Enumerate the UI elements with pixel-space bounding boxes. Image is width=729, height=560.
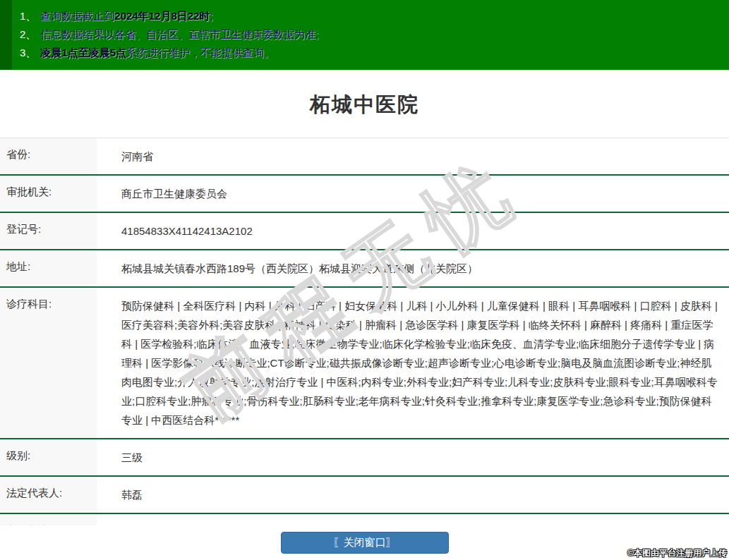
row-value: 41854833X41142413A2102 bbox=[97, 213, 729, 249]
row-label: 诊疗科目: bbox=[0, 288, 97, 438]
notice-text-bold: 2024年12月8日22时 bbox=[114, 10, 210, 22]
notice-list: 1、查询数据截止到2024年12月8日22时;2、信息数据结果以各省、自治区、直… bbox=[20, 7, 729, 62]
close-window-button[interactable]: 〖关闭窗口〗 bbox=[281, 532, 449, 554]
notice-line-3: 3、凌晨1点至凌晨5点系统进行维护，不能提供查询。 bbox=[20, 44, 729, 62]
notice-text-bold: 凌晨1点至凌晨5点 bbox=[40, 47, 126, 59]
table-row-3: 登记号:41854833X41142413A2102 bbox=[0, 213, 729, 250]
table-row-5: 诊疗科目:预防保健科 | 全科医疗科 | 内科 | 外科 | 妇产科 | 妇女保… bbox=[0, 288, 729, 439]
notice-number: 1、 bbox=[20, 10, 36, 22]
hospital-info-table: 省份:河南省审批机关:商丘市卫生健康委员会登记号:41854833X411424… bbox=[0, 138, 729, 560]
table-row-6: 级别:三级 bbox=[0, 439, 729, 477]
row-label: 审批机关: bbox=[0, 176, 97, 212]
notice-text: ; bbox=[210, 10, 212, 22]
notice-number: 3、 bbox=[20, 47, 36, 59]
copyright-watermark: ©本图由平台注册用户上传 bbox=[627, 547, 727, 559]
row-value: 预防保健科 | 全科医疗科 | 内科 | 外科 | 妇产科 | 妇女保健科 | … bbox=[97, 288, 729, 438]
table-row-2: 审批机关:商丘市卫生健康委员会 bbox=[0, 176, 729, 213]
notice-text: 系统进行维护，不能提供查询。 bbox=[126, 47, 275, 59]
table-row-4: 地址:柘城县城关镇春水西路189号（西关院区）柘城县迎宾大道东侧（北关院区） bbox=[0, 250, 729, 288]
row-label: 地址: bbox=[0, 250, 97, 286]
row-value: 三级 bbox=[97, 439, 729, 475]
notice-text: 查询数据截止到 bbox=[40, 10, 114, 22]
table-row-7: 法定代表人:韩磊 bbox=[0, 477, 729, 514]
row-label: 级别: bbox=[0, 439, 97, 475]
notice-line-1: 1、查询数据截止到2024年12月8日22时; bbox=[20, 7, 729, 25]
query-result-page: 1、查询数据截止到2024年12月8日22时;2、信息数据结果以各省、自治区、直… bbox=[0, 0, 729, 560]
row-label: 法定代表人: bbox=[0, 477, 97, 513]
row-value: 商丘市卫生健康委员会 bbox=[97, 176, 729, 212]
notice-number: 2、 bbox=[20, 28, 36, 40]
row-label: 登记号: bbox=[0, 213, 97, 249]
notice-text: 信息数据结果以各省、自治区、直辖市卫生健康委数据为准; bbox=[40, 28, 318, 40]
row-value: 河南省 bbox=[97, 138, 729, 174]
row-value: 柘城县城关镇春水西路189号（西关院区）柘城县迎宾大道东侧（北关院区） bbox=[97, 250, 729, 286]
notice-line-2: 2、信息数据结果以各省、自治区、直辖市卫生健康委数据为准; bbox=[20, 25, 729, 44]
hospital-title: 柘城中医院 bbox=[0, 70, 729, 138]
table-row-1: 省份:河南省 bbox=[0, 138, 729, 176]
row-label: 省份: bbox=[0, 138, 97, 174]
notice-banner: 1、查询数据截止到2024年12月8日22时;2、信息数据结果以各省、自治区、直… bbox=[0, 0, 729, 70]
row-value: 韩磊 bbox=[97, 477, 729, 513]
bottom-bar: 〖关闭窗口〗 bbox=[0, 525, 729, 560]
